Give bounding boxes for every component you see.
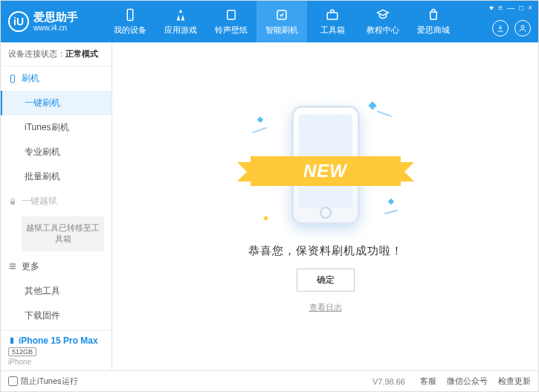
success-illustration: NEW bbox=[255, 100, 396, 234]
phone-icon bbox=[8, 74, 17, 83]
jailbreak-moved-note: 越狱工具已转移至工具箱 bbox=[22, 216, 104, 251]
nav-apps[interactable]: 应用游戏 bbox=[155, 1, 206, 42]
footer-support[interactable]: 客服 bbox=[420, 376, 436, 387]
main-content: NEW 恭喜您，保资料刷机成功啦！ 确定 查看日志 bbox=[112, 42, 538, 370]
sidebar-head-jailbreak: 一键越狱 bbox=[1, 189, 112, 213]
svg-point-1 bbox=[129, 18, 131, 19]
nav-shop[interactable]: 爱思商城 bbox=[408, 1, 459, 42]
maximize-button[interactable]: □ bbox=[519, 4, 523, 12]
view-log-link[interactable]: 查看日志 bbox=[309, 302, 342, 313]
status-bar: 阻止iTunes运行 V7.98.66 客服 微信公众号 检查更新 bbox=[1, 370, 538, 391]
svg-rect-6 bbox=[11, 75, 15, 83]
user-button[interactable] bbox=[514, 20, 531, 36]
nav-flash[interactable]: 智能刷机 bbox=[256, 1, 307, 42]
apps-icon bbox=[173, 7, 188, 22]
svg-rect-2 bbox=[227, 10, 236, 19]
svg-rect-8 bbox=[10, 338, 13, 344]
shop-icon bbox=[426, 7, 441, 22]
app-name: 爱思助手 bbox=[33, 10, 78, 24]
nav-ringtone[interactable]: 铃声壁纸 bbox=[206, 1, 256, 42]
sidebar-item-pro[interactable]: 专业刷机 bbox=[1, 140, 112, 164]
ringtone-icon bbox=[224, 7, 239, 22]
block-itunes-checkbox[interactable]: 阻止iTunes运行 bbox=[8, 376, 78, 387]
new-ribbon: NEW bbox=[251, 156, 401, 186]
lock-icon bbox=[8, 197, 17, 206]
window-controls: ♥ ≡ — □ × bbox=[489, 4, 532, 12]
sidebar-item-firmware[interactable]: 下载固件 bbox=[1, 303, 112, 328]
device-icon bbox=[123, 7, 138, 22]
storage-badge: 512GB bbox=[8, 347, 36, 356]
device-type: iPhone bbox=[8, 358, 104, 366]
nav-tutorial[interactable]: 教程中心 bbox=[358, 1, 408, 42]
svg-rect-4 bbox=[327, 13, 338, 19]
sidebar-item-itunes[interactable]: iTunes刷机 bbox=[1, 115, 112, 140]
title-bar: iU 爱思助手 www.i4.cn 我的设备 应用游戏 铃声壁纸 智能刷机 bbox=[1, 1, 538, 42]
top-nav: 我的设备 应用游戏 铃声壁纸 智能刷机 工具箱 教程中心 bbox=[105, 1, 459, 42]
success-message: 恭喜您，保资料刷机成功啦！ bbox=[248, 244, 403, 258]
logo[interactable]: iU 爱思助手 www.i4.cn bbox=[8, 10, 105, 33]
nav-my-device[interactable]: 我的设备 bbox=[105, 1, 155, 42]
sidebar-item-oneclick[interactable]: 一键刷机 bbox=[1, 91, 112, 115]
version-label: V7.98.66 bbox=[372, 377, 405, 386]
sidebar-head-more[interactable]: 更多 bbox=[1, 254, 112, 279]
app-url: www.i4.cn bbox=[33, 24, 78, 33]
phone-small-icon bbox=[8, 335, 16, 346]
flash-icon bbox=[274, 7, 289, 22]
svg-point-5 bbox=[521, 25, 524, 28]
list-icon bbox=[8, 262, 17, 271]
sidebar-item-other[interactable]: 其他工具 bbox=[1, 279, 112, 303]
tutorial-icon bbox=[375, 7, 390, 22]
svg-rect-7 bbox=[10, 201, 15, 205]
close-button[interactable]: × bbox=[528, 4, 532, 12]
connection-status: 设备连接状态：正常模式 bbox=[1, 42, 112, 66]
footer-wechat[interactable]: 微信公众号 bbox=[447, 376, 488, 387]
menu-icon[interactable]: ≡ bbox=[498, 4, 503, 12]
sidebar: 设备连接状态：正常模式 刷机 一键刷机 iTunes刷机 专业刷机 批量刷机 一… bbox=[1, 42, 112, 370]
ok-button[interactable]: 确定 bbox=[297, 269, 355, 292]
footer-update[interactable]: 检查更新 bbox=[498, 376, 531, 387]
toolbox-icon bbox=[325, 7, 340, 22]
sidebar-head-flash[interactable]: 刷机 bbox=[1, 66, 112, 91]
minimize-button[interactable]: — bbox=[507, 4, 514, 12]
gift-icon[interactable]: ♥ bbox=[489, 4, 494, 12]
download-button[interactable] bbox=[492, 20, 509, 36]
sidebar-item-batch[interactable]: 批量刷机 bbox=[1, 164, 112, 189]
nav-toolbox[interactable]: 工具箱 bbox=[307, 1, 358, 42]
device-info[interactable]: iPhone 15 Pro Max 512GB iPhone bbox=[1, 330, 112, 370]
logo-icon: iU bbox=[8, 11, 29, 32]
